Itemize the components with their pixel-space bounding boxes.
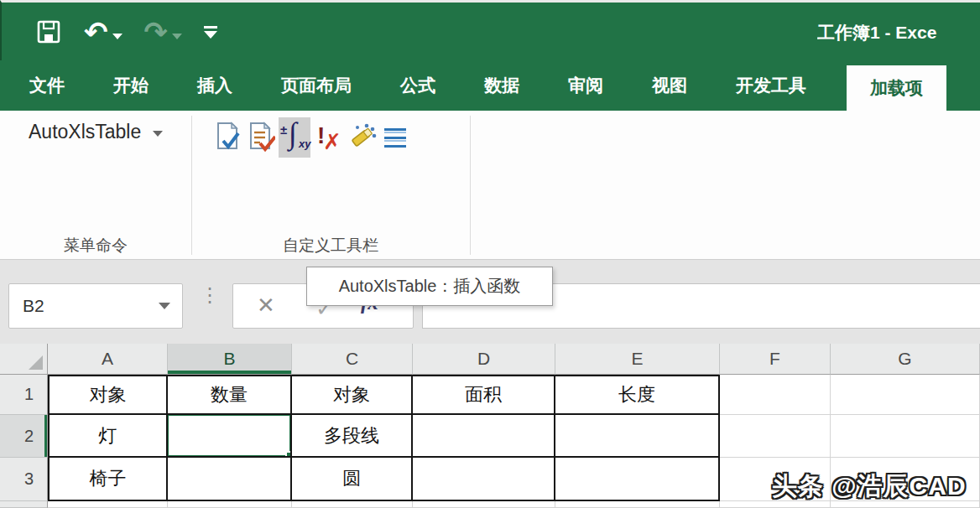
new-table-icon bbox=[213, 121, 242, 154]
column-header-b-active[interactable]: B bbox=[168, 344, 292, 375]
cell-partial[interactable] bbox=[555, 501, 720, 508]
cell-g3[interactable] bbox=[831, 458, 980, 501]
column-header-g[interactable]: G bbox=[831, 344, 980, 375]
cell-e1[interactable]: 长度 bbox=[555, 375, 720, 415]
name-box[interactable]: B2 bbox=[8, 283, 183, 329]
cell-b2-selected[interactable] bbox=[168, 415, 292, 458]
cell-e2[interactable] bbox=[555, 415, 720, 458]
cell-b1[interactable]: 数量 bbox=[168, 375, 292, 415]
tab-file[interactable]: 文件 bbox=[29, 60, 65, 111]
group-separator bbox=[470, 116, 471, 255]
column-header-f[interactable]: F bbox=[720, 344, 831, 375]
autoxlstable-dropdown-label: AutoXlsTable bbox=[29, 121, 141, 143]
quick-access-toolbar: ↶ ↷ bbox=[35, 13, 217, 51]
cell-partial[interactable] bbox=[292, 501, 413, 508]
update-table-button[interactable] bbox=[245, 117, 277, 158]
column-header-a[interactable]: A bbox=[48, 344, 168, 375]
ribbon-tab-bar: 文件 开始 插入 页面布局 公式 数据 审阅 视图 开发工具 加载项 bbox=[0, 60, 980, 111]
cell-c1[interactable]: 对象 bbox=[292, 375, 413, 415]
cell-f3[interactable] bbox=[720, 458, 831, 501]
format-brush-button[interactable] bbox=[346, 117, 378, 158]
cell-a2[interactable]: 灯 bbox=[48, 415, 168, 458]
ribbon-content: AutoXlsTable bbox=[0, 111, 980, 260]
row-header-1[interactable]: 1 bbox=[0, 375, 48, 415]
column-header-e[interactable]: E bbox=[555, 344, 720, 375]
tab-developer[interactable]: 开发工具 bbox=[736, 60, 806, 111]
group-label-menu-commands: 菜单命令 bbox=[0, 235, 191, 257]
title-bar: ↶ ↷ 工作簿1 - Exce bbox=[0, 0, 980, 60]
update-table-icon bbox=[247, 121, 275, 154]
column-header-d[interactable]: D bbox=[413, 344, 555, 375]
autoxlstable-tooltip: AutoXlsTable：插入函数 bbox=[306, 267, 553, 306]
cell-f2[interactable] bbox=[720, 415, 831, 458]
addin-toolbar: ± ∫ xy ! ✗ bbox=[211, 117, 411, 158]
cell-e3[interactable] bbox=[555, 458, 720, 501]
customize-quick-access-icon bbox=[204, 26, 217, 29]
insert-function-button-highlighted[interactable]: ± ∫ xy bbox=[279, 117, 310, 158]
delete-function-icon: ! ✗ bbox=[315, 122, 341, 153]
tab-review[interactable]: 审阅 bbox=[568, 60, 603, 111]
tab-page-layout[interactable]: 页面布局 bbox=[281, 60, 352, 111]
spreadsheet-grid: A B C D E F G 1 对象 数量 对象 面积 长度 2 灯 多段线 3… bbox=[0, 344, 980, 508]
cell-b3[interactable] bbox=[168, 458, 292, 501]
new-table-button[interactable] bbox=[211, 117, 243, 158]
name-box-value: B2 bbox=[23, 296, 159, 316]
row-header-3[interactable]: 3 bbox=[0, 458, 48, 501]
cell-partial[interactable] bbox=[168, 501, 292, 508]
table-rows-icon bbox=[381, 123, 409, 152]
tab-view[interactable]: 视图 bbox=[652, 60, 687, 111]
tab-addins-active[interactable]: 加载项 bbox=[847, 65, 946, 111]
cell-partial[interactable] bbox=[720, 501, 831, 508]
redo-dropdown-arrow-icon bbox=[172, 34, 182, 39]
cell-g1[interactable] bbox=[831, 375, 980, 415]
tab-formulas[interactable]: 公式 bbox=[400, 60, 435, 111]
cell-f1[interactable] bbox=[720, 375, 831, 415]
delete-function-button[interactable]: ! ✗ bbox=[312, 117, 344, 158]
group-label-custom-toolbar: 自定义工具栏 bbox=[191, 235, 470, 257]
cell-d3[interactable] bbox=[413, 458, 555, 501]
cell-a1[interactable]: 对象 bbox=[48, 375, 168, 415]
cell-partial[interactable] bbox=[831, 501, 980, 508]
tab-data[interactable]: 数据 bbox=[484, 60, 519, 111]
save-icon bbox=[35, 18, 62, 45]
cell-c2[interactable]: 多段线 bbox=[292, 415, 413, 458]
customize-quick-access-button[interactable] bbox=[204, 26, 217, 39]
name-box-dropdown-icon[interactable] bbox=[159, 303, 170, 309]
cell-a3[interactable]: 椅子 bbox=[48, 458, 168, 501]
customize-quick-access-arrow-icon bbox=[204, 31, 217, 39]
cell-d1[interactable]: 面积 bbox=[413, 375, 555, 415]
undo-icon: ↶ bbox=[84, 19, 108, 44]
column-header-c[interactable]: C bbox=[292, 344, 413, 375]
formula-bar-separator: ⋮ bbox=[200, 290, 220, 300]
redo-icon: ↷ bbox=[144, 19, 169, 44]
insert-function-icon: ± ∫ xy bbox=[280, 121, 309, 154]
autoxlstable-dropdown[interactable]: AutoXlsTable bbox=[29, 121, 163, 143]
excel-window: ↶ ↷ 工作簿1 - Exce 文件 开始 插入 页面布局 公式 数据 审阅 视… bbox=[0, 0, 980, 508]
redo-button-disabled: ↷ bbox=[144, 19, 183, 44]
row-header-2-active[interactable]: 2 bbox=[0, 415, 48, 458]
window-title: 工作簿1 - Exce bbox=[817, 21, 980, 44]
tab-insert[interactable]: 插入 bbox=[197, 60, 232, 111]
select-all-triangle-icon bbox=[29, 355, 43, 370]
cell-partial[interactable] bbox=[413, 501, 555, 508]
cancel-icon[interactable]: ✕ bbox=[257, 293, 275, 319]
table-rows-button[interactable] bbox=[379, 117, 411, 158]
tab-home[interactable]: 开始 bbox=[113, 60, 149, 111]
undo-button[interactable]: ↶ bbox=[84, 19, 122, 44]
cell-partial[interactable] bbox=[48, 501, 168, 508]
dropdown-arrow-icon bbox=[153, 131, 163, 137]
row-header-partial[interactable] bbox=[0, 501, 48, 508]
cell-g2[interactable] bbox=[831, 415, 980, 458]
select-all-corner[interactable] bbox=[0, 344, 48, 375]
cell-d2[interactable] bbox=[413, 415, 555, 458]
cell-c3[interactable]: 圆 bbox=[292, 458, 413, 501]
undo-dropdown-arrow-icon[interactable] bbox=[112, 34, 122, 39]
format-brush-icon bbox=[347, 121, 377, 154]
save-button[interactable] bbox=[35, 18, 62, 45]
